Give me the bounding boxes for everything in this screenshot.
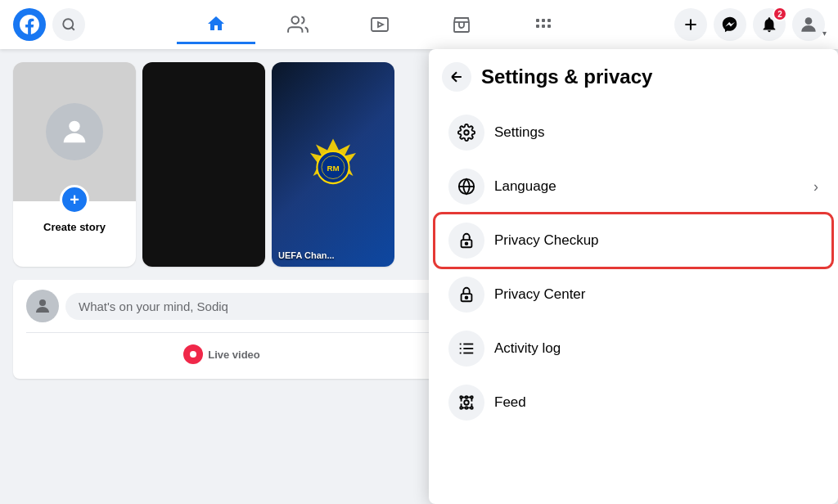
svg-rect-8 [542,25,545,28]
svg-point-19 [464,130,469,135]
svg-point-1 [291,16,299,24]
search-button[interactable] [52,8,85,41]
live-dot [190,351,196,358]
svg-rect-7 [536,25,539,28]
svg-rect-4 [536,19,539,22]
real-madrid-badge: RM [300,132,366,197]
nav-watch-button[interactable] [340,5,419,44]
svg-point-34 [460,396,462,398]
live-icon [183,344,203,364]
privacy-center-label: Privacy Center [494,286,818,303]
nav-friends-button[interactable] [259,5,337,44]
svg-point-39 [471,407,473,409]
story-card-2[interactable] [142,62,265,267]
svg-point-23 [466,242,468,245]
nav-menu-button[interactable] [504,5,583,44]
svg-text:RM: RM [327,164,339,173]
svg-rect-6 [547,19,551,22]
story-dark-bg [142,62,265,267]
svg-marker-3 [378,22,383,27]
svg-point-16 [39,299,46,306]
settings-privacy-panel: Settings & privacy Settings Language [429,49,838,504]
privacy-checkup-icon [448,223,484,259]
settings-label: Settings [494,124,818,141]
activity-log-icon [448,331,484,367]
language-icon [448,169,484,205]
feed-label: Feed [494,394,818,411]
language-label: Language [494,178,804,195]
facebook-logo[interactable] [13,8,46,41]
main-content: + Create story [0,49,838,504]
create-story-plus: + [60,185,89,214]
story-card-3[interactable]: RM UEFA Chan... [272,62,394,267]
notification-badge: 2 [773,7,787,21]
menu-item-language[interactable]: Language › [435,160,831,213]
language-arrow: › [813,178,818,196]
feed-icon [448,385,484,421]
svg-point-37 [460,407,462,409]
menu-item-privacy-center[interactable]: Privacy Center [435,268,831,321]
profile-button[interactable]: ▾ [792,8,825,41]
menu-item-settings[interactable]: Settings [435,106,831,159]
svg-point-11 [69,121,79,132]
live-video-label: Live video [208,349,260,361]
privacy-center-icon [448,277,484,313]
topnav: 2 ▾ [0,0,838,49]
nav-right: 2 ▾ [674,8,825,41]
nav-left [13,8,85,41]
nav-marketplace-button[interactable] [422,5,501,44]
panel-header: Settings & privacy [429,56,838,105]
activity-log-label: Activity log [494,340,818,357]
privacy-checkup-label: Privacy Checkup [494,232,818,249]
story-overlay-text: UEFA Chan... [278,250,335,260]
messenger-button[interactable] [714,8,746,41]
menu-item-activity-log[interactable]: Activity log [435,322,831,375]
user-avatar-small [26,290,59,322]
svg-point-10 [805,17,813,25]
notifications-button[interactable]: 2 [753,8,786,41]
svg-rect-2 [372,18,388,31]
story-blue-bg: RM [272,62,394,267]
avatar-placeholder [46,103,103,160]
create-story-card[interactable]: + Create story [13,62,136,267]
back-button[interactable] [442,62,471,92]
settings-icon [448,115,484,151]
menu-item-privacy-checkup[interactable]: Privacy Checkup [435,214,831,267]
svg-point-35 [466,396,468,398]
svg-point-25 [466,296,468,299]
svg-point-38 [466,407,468,409]
svg-point-36 [471,396,473,398]
svg-rect-9 [547,25,551,28]
svg-rect-5 [542,19,545,22]
svg-point-33 [464,400,469,405]
nav-center [85,5,674,44]
menu-item-feed[interactable]: Feed [435,376,831,429]
panel-title: Settings & privacy [481,65,652,88]
nav-home-button[interactable] [177,5,255,44]
live-video-button[interactable]: Live video [26,340,417,369]
svg-point-0 [63,19,73,29]
add-button[interactable] [674,8,707,41]
create-story-top: + [13,62,136,201]
